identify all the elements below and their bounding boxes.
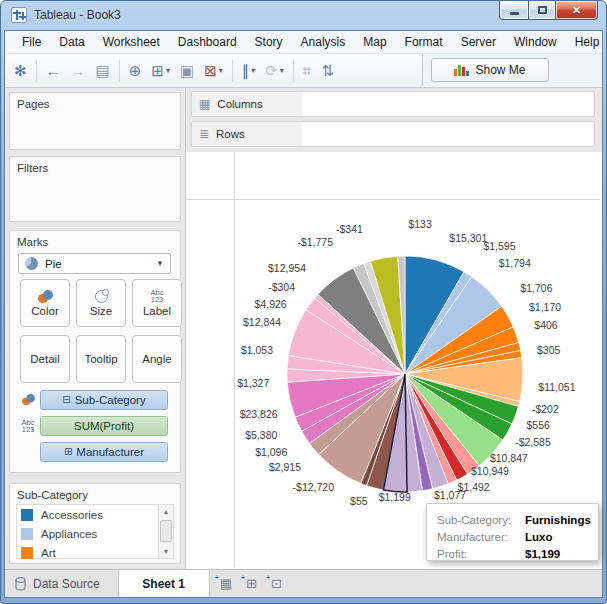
pie-slice-label: -$341 [336,223,363,235]
menu-item-server[interactable]: Server [452,32,505,52]
pie-slice-label: $23,826 [240,408,278,420]
new-worksheet-icon[interactable]: ⊞▾ [146,58,175,84]
menu-item-data[interactable]: Data [50,32,93,52]
legend-swatch [21,528,33,540]
tableau-logo-icon[interactable]: ✻ [9,58,32,84]
new-dashboard-tab-icon[interactable]: ⊞+ [246,576,257,591]
marks-button-detail[interactable]: Detail [20,335,70,383]
expand-collapse-icon[interactable]: ⊟ [62,394,70,405]
legend-item-accessories[interactable]: Accessories [17,505,173,524]
marks-button-label[interactable]: Abc123Label [132,279,182,327]
scroll-thumb[interactable] [160,520,172,542]
color-icon [38,290,53,303]
close-button[interactable]: ✕ [556,1,598,20]
pause-auto-updates-icon[interactable]: ∥▾ [237,58,261,84]
legend-list: AccessoriesAppliancesArt▲▼ [16,504,174,559]
marks-label: Marks [10,231,180,248]
filters-shelf[interactable]: Filters [9,156,181,222]
duplicate-sheet-icon[interactable]: ▣ [175,58,199,84]
tooltip-row: Profit:$1,199 [437,545,598,562]
sort-icon-glyph: ⇅ [321,62,334,80]
redo-icon[interactable]: → [66,58,91,84]
show-me-bar [462,67,465,76]
marks-button-size[interactable]: Size [76,279,126,327]
mark-type-dropdown[interactable]: Pie ▼ [18,253,171,274]
menu-item-file[interactable]: File [13,32,50,52]
menu-item-help[interactable]: Help [566,32,607,52]
data-source-icon [15,577,26,591]
marks-button-tooltip[interactable]: Tooltip [76,335,126,383]
new-story-tab-icon[interactable]: ⊡+ [271,576,282,591]
tab-data-source[interactable]: Data Source [5,570,118,597]
pie-slice-label: $1,327 [237,377,269,389]
scroll-up-icon[interactable]: ▲ [159,505,173,518]
pie-slice-label: $11,051 [538,381,575,393]
view-area: ▦ Columns ≣ Rows $15,301$1,595$1,794$1,7… [186,88,602,569]
new-worksheet-tab-icon[interactable]: ▦+ [220,576,232,591]
close-icon: ✕ [572,4,581,17]
pill-row: ⊞Manufacturer [16,441,168,462]
chevron-down-icon[interactable]: ▾ [251,66,255,75]
maximize-icon [538,6,547,14]
marks-button-color[interactable]: Color [20,279,70,327]
clear-sheet-icon[interactable]: ⊠▾ [199,58,228,84]
menu-item-map[interactable]: Map [354,32,395,52]
tooltip-field-label: Profit: [437,548,525,560]
minimize-button[interactable] [499,1,528,20]
menu-item-analysis[interactable]: Analysis [292,32,355,52]
marks-button-angle[interactable]: Angle [132,335,182,383]
pages-shelf[interactable]: Pages [9,92,181,150]
menu-bar: FileDataWorksheetDashboardStoryAnalysisM… [5,31,602,54]
abc-123-icon: Abc123 [151,289,164,303]
pie-slice-label: $1,096 [255,446,287,458]
abc-shelf-icon: Abc123 [16,419,40,433]
toolbar: ✻←→▤⊕⊞▾▣⊠▾∥▾⟳▾⌗⇅ Show Me [5,54,602,88]
highlight-icon[interactable]: ⌗ [298,58,316,84]
show-me-bar [466,71,469,76]
add-data-source-icon[interactable]: ⊕ [124,58,147,84]
sort-icon[interactable]: ⇅ [316,58,339,84]
legend-scrollbar[interactable]: ▲▼ [158,505,173,558]
expand-collapse-icon[interactable]: ⊞ [64,446,72,457]
show-me-button[interactable]: Show Me [431,58,549,82]
undo-icon[interactable]: ← [41,58,66,84]
maximize-button[interactable] [528,1,556,20]
legend-item-label: Art [41,547,56,559]
sheet-tab-bar: Data Source Sheet 1 ▦+⊞+⊡+ [5,569,602,597]
columns-shelf[interactable]: ▦ Columns [191,91,595,117]
pill-manufacturer[interactable]: ⊞Manufacturer [40,442,168,462]
tooltip-row: Manufacturer:Luxo [437,528,598,545]
window-title: Tableau - Book3 [34,8,121,22]
pie-slice-label: $1,170 [529,301,561,313]
chevron-down-icon[interactable]: ▾ [166,66,170,75]
menu-item-worksheet[interactable]: Worksheet [94,32,169,52]
run-update-icon-glyph: ⟳ [265,62,278,80]
pie-slice-label: $4,926 [255,298,287,310]
pages-label: Pages [10,93,180,110]
scroll-down-icon[interactable]: ▼ [159,545,173,558]
marks-button-label: Detail [30,353,59,365]
run-update-icon[interactable]: ⟳▾ [260,58,289,84]
columns-icon: ▦ [199,97,210,111]
menu-item-story[interactable]: Story [246,32,292,52]
pill-row: ⊟Sub-Category [16,389,168,410]
save-icon[interactable]: ▤ [91,58,115,84]
rows-label: Rows [216,128,245,140]
chevron-down-icon[interactable]: ▾ [219,66,223,75]
menu-item-dashboard[interactable]: Dashboard [169,32,246,52]
pie-slice-label: $1,053 [241,344,273,356]
pill-sum-profit-[interactable]: SUM(Profit) [40,416,168,436]
pill-sub-category[interactable]: ⊟Sub-Category [40,390,168,410]
show-me-panel: Show Me [422,54,602,86]
toolbar-separator [293,60,294,82]
tab-sheet1[interactable]: Sheet 1 [118,570,210,597]
chevron-down-icon[interactable]: ▾ [280,66,284,75]
menu-item-window[interactable]: Window [505,32,566,52]
content-area: Pages Filters Marks Pie ▼ ColorSizeAbc12… [5,88,602,569]
abc-123-icon: Abc123 [22,419,35,433]
legend-item-art[interactable]: Art [17,543,173,562]
rows-shelf[interactable]: ≣ Rows [191,121,595,147]
menu-item-format[interactable]: Format [396,32,452,52]
new-worksheet-icon-glyph: ⊞ [151,62,164,80]
legend-item-appliances[interactable]: Appliances [17,524,173,543]
